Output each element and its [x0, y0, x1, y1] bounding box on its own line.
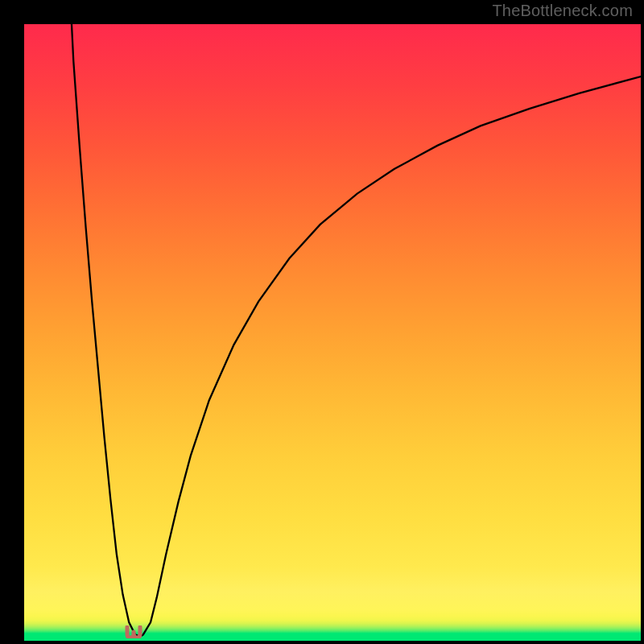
watermark-text: TheBottleneck.com	[492, 2, 633, 20]
bottleneck-curve	[72, 24, 641, 636]
curve-layer	[24, 24, 641, 641]
plot-area	[24, 24, 641, 641]
chart-frame	[10, 10, 634, 634]
